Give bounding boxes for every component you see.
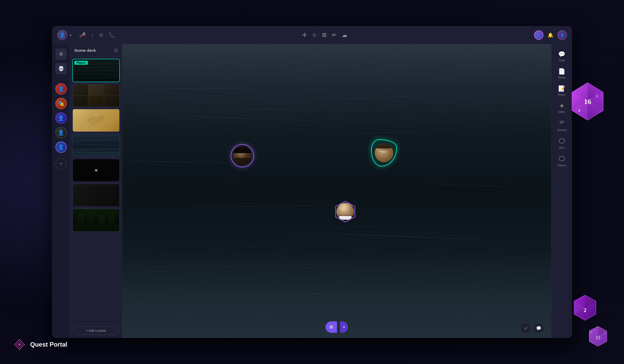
notification-bell-icon[interactable]: 🔔 (547, 31, 554, 39)
token-character-2[interactable] (371, 139, 397, 167)
svg-text:8: 8 (578, 109, 580, 113)
svg-marker-3 (559, 138, 564, 144)
token-character-3[interactable] (334, 200, 357, 223)
scene-deck-title: Scene deck (74, 48, 96, 53)
players-scene-tag: Players (74, 61, 88, 65)
grid-tool-icon[interactable]: ⊞ (322, 32, 327, 38)
sidebar-item-char-3[interactable]: 👤 (55, 112, 67, 124)
scenes-icon (559, 120, 565, 127)
dice-decoration-2: 2 (572, 294, 598, 322)
notes-icon: 📝 (558, 85, 565, 92)
sidebar-item-chat[interactable]: 💬 Chat (553, 48, 571, 64)
expand-button[interactable]: ⤢ (521, 323, 530, 333)
sidebar-item-elder[interactable]: ★ Elder (553, 100, 571, 116)
tokens-icon (559, 155, 565, 163)
scene-list: Players (70, 57, 122, 323)
token-character-1[interactable] (231, 144, 254, 167)
avatar-dropdown-chevron[interactable]: ▾ (70, 33, 72, 37)
dice-decoration-3: 15 L 1 (588, 325, 608, 348)
left-sidebar: ⚙ 💀 👤 🎭 👤 👤 👤 + (52, 44, 70, 338)
elder-label: Elder (558, 110, 565, 113)
mute-icon[interactable]: 🎤 (79, 32, 86, 38)
phone-icon[interactable]: 📞 (109, 32, 115, 38)
svg-text:L: L (590, 330, 592, 333)
sidebar-item-char-1[interactable]: 👤 (55, 83, 67, 95)
sidebar-item-dice[interactable]: Dice (553, 135, 571, 152)
wave-details (122, 44, 551, 338)
titlebar-tools: 🎤 ♪ ⚙ 📞 (79, 32, 115, 38)
draw-tool-icon[interactable]: ✏ (332, 32, 336, 38)
titlebar: 👤 ▾ 🎤 ♪ ⚙ 📞 ✛ ⊹ ⊞ ✏ ☁ 👤 🔔 👤 (52, 26, 572, 44)
scene-item-players[interactable]: Players (72, 59, 120, 82)
scene-item-forest[interactable] (72, 209, 120, 232)
sidebar-item-notes[interactable]: 📝 Notes (553, 83, 571, 99)
dropdown-chevron-icon: ▾ (343, 325, 345, 329)
scene-tool-dropdown[interactable]: ▾ (340, 321, 348, 333)
canvas-area[interactable]: ⚙ ▾ ⤢ 💬 (122, 44, 551, 338)
app-settings-icon[interactable]: ⚙ (55, 48, 67, 60)
scene-deck-panel: Scene deck ⊡ Players (70, 44, 122, 338)
monster-icon[interactable]: 💀 (55, 63, 67, 74)
svg-point-5 (18, 343, 21, 346)
svg-point-1 (98, 115, 104, 120)
logo-icon (13, 338, 26, 351)
scene-item-dark-walls[interactable] (72, 184, 120, 207)
logo-text: Quest Portal (30, 341, 67, 348)
scene-tool-button[interactable]: ⚙ (326, 321, 337, 333)
sidebar-item-char-4[interactable]: 👤 (55, 127, 67, 138)
svg-text:15: 15 (596, 335, 600, 340)
mixer-icon[interactable]: ⚙ (99, 32, 103, 38)
chat-icon: 💬 (558, 51, 565, 58)
chat-label: Chat (559, 59, 565, 62)
svg-text:3: 3 (596, 94, 598, 98)
move-tool-icon[interactable]: ✛ (302, 32, 307, 38)
scene-item-portraits[interactable] (72, 84, 120, 107)
sidebar-item-sheet[interactable]: 📄 Sheet (553, 66, 571, 82)
right-sidebar: 💬 Chat 📄 Sheet 📝 Notes ★ Elder (551, 44, 572, 338)
scene-deck-footer: + Add a scene (70, 323, 122, 338)
canvas-tools: ✛ ⊹ ⊞ ✏ ☁ (302, 32, 347, 38)
main-window: 👤 ▾ 🎤 ♪ ⚙ 📞 ✛ ⊹ ⊞ ✏ ☁ 👤 🔔 👤 ⚙ 💀 👤 (52, 26, 572, 338)
scene-deck-header: Scene deck ⊡ (70, 44, 122, 57)
titlebar-right: 👤 🔔 👤 (534, 30, 567, 40)
sidebar-item-char-5[interactable]: 👤 (55, 141, 67, 153)
scene-item-black[interactable] (72, 159, 120, 182)
dice-decoration-1: 16 3 8 (569, 81, 606, 122)
elder-icon: ★ (559, 102, 564, 109)
gm-avatar[interactable]: 👤 (57, 30, 68, 40)
user-avatar[interactable]: 👤 (557, 30, 567, 40)
svg-text:2: 2 (584, 307, 587, 313)
notes-label: Notes (558, 93, 566, 96)
scene-item-ocean-light[interactable] (72, 134, 120, 157)
main-content: ⚙ 💀 👤 🎭 👤 👤 👤 + Scene deck ⊡ (52, 44, 572, 338)
online-player-avatar[interactable]: 👤 (534, 30, 543, 40)
tokens-label: Tokens (557, 164, 566, 167)
add-character-button[interactable]: + (55, 158, 67, 170)
canvas-bottom-toolbar: ⚙ ▾ (326, 321, 348, 333)
music-icon[interactable]: ♪ (91, 32, 94, 38)
select-tool-icon[interactable]: ⊹ (312, 32, 317, 38)
sheet-icon: 📄 (558, 68, 565, 75)
sidebar-item-scenes[interactable]: Scenes (553, 117, 571, 134)
fog-tool-icon[interactable]: ☁ (342, 32, 347, 38)
svg-marker-4 (559, 156, 564, 161)
scene-item-map[interactable] (72, 109, 120, 132)
scenes-label: Scenes (557, 128, 567, 132)
svg-point-0 (89, 117, 99, 124)
scene-tool-icon: ⚙ (329, 324, 333, 330)
dice-label: Dice (559, 146, 564, 149)
sidebar-item-char-2[interactable]: 🎭 (55, 98, 67, 109)
dice-icon (559, 138, 565, 145)
svg-text:1: 1 (604, 332, 605, 335)
quest-portal-logo: Quest Portal (13, 338, 67, 351)
svg-text:16: 16 (584, 98, 591, 106)
scene-deck-toggle-icon[interactable]: ⊡ (114, 48, 118, 53)
canvas-chat-button[interactable]: 💬 (534, 323, 543, 333)
sheet-label: Sheet (558, 76, 566, 79)
sidebar-item-tokens[interactable]: Tokens (553, 153, 571, 170)
add-scene-button[interactable]: + Add a scene (73, 327, 119, 335)
